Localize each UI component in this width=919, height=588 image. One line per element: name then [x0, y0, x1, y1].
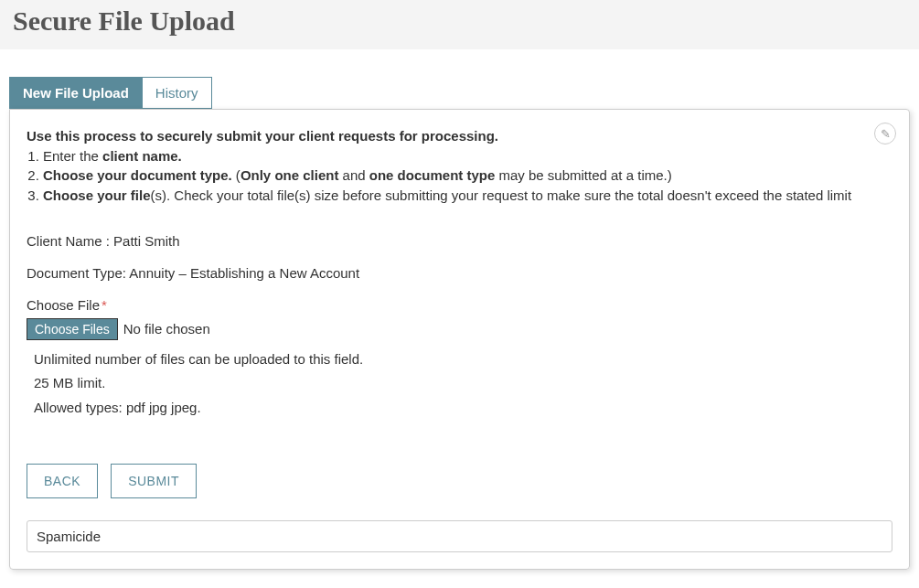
client-name-label: Client Name : — [27, 233, 113, 249]
back-button[interactable]: BACK — [27, 464, 98, 498]
instructions-block: Use this process to securely submit your… — [27, 126, 892, 205]
instruction-step-2-paren: ( — [232, 167, 240, 183]
document-type-row: Document Type: Annuity – Establishing a … — [27, 265, 892, 281]
choose-files-button[interactable]: Choose Files — [27, 318, 118, 340]
instructions-intro: Use this process to securely submit your… — [27, 128, 498, 144]
page-header: Secure File Upload — [0, 0, 919, 49]
instruction-step-2-bold1: Choose your document type. — [43, 167, 232, 183]
instruction-step-1-bold: client name. — [102, 148, 182, 164]
choose-file-label-row: Choose File* — [27, 297, 892, 313]
upload-panel: ✎ Use this process to securely submit yo… — [9, 109, 910, 570]
instruction-step-2-bold3: one document type — [369, 167, 496, 183]
tab-new-file-upload[interactable]: New File Upload — [9, 77, 143, 109]
page-title: Secure File Upload — [13, 5, 906, 37]
instruction-step-1-prefix: Enter the — [43, 148, 102, 164]
tabs-bar: New File Upload History — [9, 77, 919, 109]
instruction-step-2: Choose your document type. (Only one cli… — [43, 166, 892, 185]
hint-limit: 25 MB limit. — [34, 373, 892, 394]
instruction-step-1: Enter the client name. — [43, 147, 892, 166]
spamicide-label: Spamicide — [37, 529, 101, 544]
instruction-step-3-tail: (s). Check your total file(s) size befor… — [151, 187, 852, 203]
pencil-icon: ✎ — [881, 127, 891, 141]
action-buttons: BACK SUBMIT — [27, 464, 892, 498]
choose-file-label: Choose File — [27, 297, 100, 313]
instructions-list: Enter the client name. Choose your docum… — [27, 147, 892, 205]
document-type-label: Document Type: — [27, 265, 129, 281]
instruction-step-2-bold2: Only one client — [240, 167, 339, 183]
required-indicator: * — [102, 297, 107, 313]
spamicide-box[interactable]: Spamicide — [27, 520, 892, 552]
instruction-step-3-bold: Choose your file — [43, 187, 151, 203]
client-name-value: Patti Smith — [113, 233, 180, 249]
hint-types: Allowed types: pdf jpg jpeg. — [34, 398, 892, 419]
file-hints: Unlimited number of files can be uploade… — [34, 349, 892, 419]
client-name-row: Client Name : Patti Smith — [27, 233, 892, 249]
hint-unlimited: Unlimited number of files can be uploade… — [34, 349, 892, 370]
file-chooser-row: Choose Files No file chosen — [27, 318, 892, 340]
document-type-value: Annuity – Establishing a New Account — [129, 265, 359, 281]
instruction-step-2-mid: and — [338, 167, 369, 183]
edit-icon[interactable]: ✎ — [874, 123, 896, 144]
instruction-step-3: Choose your file(s). Check your total fi… — [43, 187, 892, 205]
submit-button[interactable]: SUBMIT — [111, 464, 197, 498]
instruction-step-2-tail: may be submitted at a time.) — [495, 167, 671, 183]
tab-history[interactable]: History — [143, 77, 212, 109]
file-chosen-status: No file chosen — [123, 321, 210, 337]
